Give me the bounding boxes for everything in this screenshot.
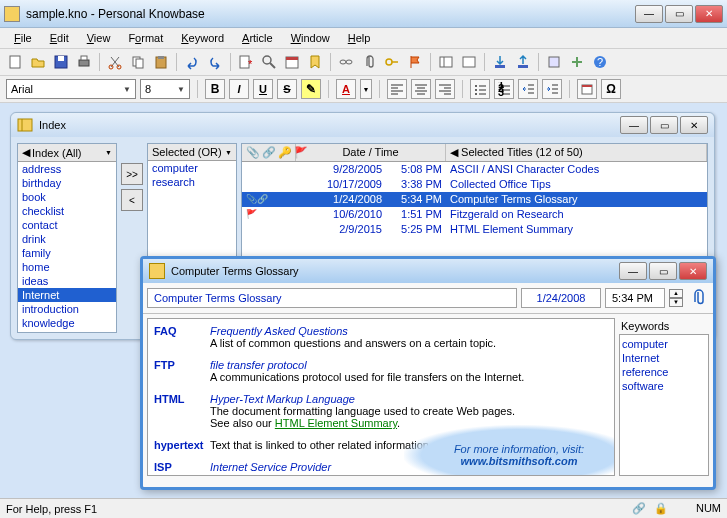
list-button[interactable] <box>458 51 480 73</box>
highlight-button[interactable]: ✎ <box>301 79 321 99</box>
selected-item[interactable]: research <box>148 175 236 189</box>
keyword-item[interactable]: software <box>622 379 706 393</box>
index-item[interactable]: address <box>18 162 116 176</box>
table-row[interactable]: 📎🔗1/24/20085:34 PMComputer Terms Glossar… <box>242 192 707 207</box>
index-item[interactable]: book <box>18 190 116 204</box>
search-button[interactable] <box>258 51 280 73</box>
index-item[interactable]: home <box>18 260 116 274</box>
align-center-button[interactable] <box>411 79 431 99</box>
bold-button[interactable]: B <box>205 79 225 99</box>
menu-file[interactable]: File <box>6 30 40 46</box>
font-name-combo[interactable]: Arial▼ <box>6 79 136 99</box>
align-right-button[interactable] <box>435 79 455 99</box>
index-all-list[interactable]: addressbirthdaybookchecklistcontactdrink… <box>18 162 116 332</box>
indent-button[interactable] <box>542 79 562 99</box>
menu-edit[interactable]: Edit <box>42 30 77 46</box>
index-all-header[interactable]: ◀ Index (All)▼ <box>18 144 116 162</box>
article-title-field[interactable]: Computer Terms Glossary <box>147 288 517 308</box>
flag-column-header[interactable]: 📎 🔗 🔑 🚩 <box>242 144 296 161</box>
index-item[interactable]: birthday <box>18 176 116 190</box>
menu-format[interactable]: Format <box>120 30 171 46</box>
keyword-item[interactable]: reference <box>622 365 706 379</box>
menu-article[interactable]: Article <box>234 30 281 46</box>
save-button[interactable] <box>50 51 72 73</box>
index-button[interactable] <box>435 51 457 73</box>
remove-keyword-button[interactable]: < <box>121 189 143 211</box>
help-button[interactable]: ? <box>589 51 611 73</box>
article-titlebar[interactable]: Computer Terms Glossary — ▭ ✕ <box>143 259 713 283</box>
selected-item[interactable]: computer <box>148 161 236 175</box>
export-button[interactable] <box>512 51 534 73</box>
time-spinner[interactable]: ▲ ▼ <box>669 289 683 307</box>
attach-button[interactable] <box>358 51 380 73</box>
calendar-button[interactable] <box>281 51 303 73</box>
menu-help[interactable]: Help <box>340 30 379 46</box>
table-row[interactable]: 🚩10/6/20101:51 PMFitzgerald on Research <box>242 207 707 222</box>
keywords-list[interactable]: computerInternetreferencesoftware <box>619 334 709 476</box>
color-dropdown[interactable]: ▼ <box>360 79 372 99</box>
maximize-button[interactable]: ▭ <box>665 5 693 23</box>
italic-button[interactable]: I <box>229 79 249 99</box>
titles-column-header[interactable]: ◀ Selected Titles (12 of 50) <box>446 144 707 161</box>
paste-button[interactable] <box>150 51 172 73</box>
color-button[interactable]: A <box>336 79 356 99</box>
add-keyword-button[interactable]: >> <box>121 163 143 185</box>
index-item[interactable]: knowledge <box>18 316 116 330</box>
article-date-field[interactable]: 1/24/2008 <box>521 288 601 308</box>
keyword-item[interactable]: computer <box>622 337 706 351</box>
table-row[interactable]: 2/9/20155:25 PMHTML Element Summary <box>242 222 707 237</box>
index-item[interactable]: drink <box>18 232 116 246</box>
copy-button[interactable] <box>127 51 149 73</box>
index-item[interactable]: Internet <box>18 288 116 302</box>
index-titlebar[interactable]: Index — ▭ ✕ <box>11 113 714 137</box>
index-item[interactable]: checklist <box>18 204 116 218</box>
insert-date-button[interactable] <box>577 79 597 99</box>
index-item[interactable]: contact <box>18 218 116 232</box>
menu-keyword[interactable]: Keyword <box>173 30 232 46</box>
article-time-field[interactable]: 5:34 PM <box>605 288 665 308</box>
keyword-item[interactable]: Internet <box>622 351 706 365</box>
key-button[interactable] <box>381 51 403 73</box>
selected-header[interactable]: Selected (OR)▼ <box>148 144 236 161</box>
table-row[interactable]: 10/17/20093:38 PMCollected Office Tips <box>242 177 707 192</box>
table-row[interactable]: 9/28/20055:08 PMASCII / ANSI Character C… <box>242 162 707 177</box>
index-maximize-button[interactable]: ▭ <box>650 116 678 134</box>
print-button[interactable] <box>73 51 95 73</box>
menu-view[interactable]: View <box>79 30 119 46</box>
minimize-button[interactable]: — <box>635 5 663 23</box>
link-button[interactable] <box>335 51 357 73</box>
article-content[interactable]: FAQFrequently Asked QuestionsA list of c… <box>147 318 615 476</box>
tool1-button[interactable] <box>543 51 565 73</box>
date-column-header[interactable]: Date / Time <box>296 144 446 161</box>
article-maximize-button[interactable]: ▭ <box>649 262 677 280</box>
bullets-button[interactable] <box>470 79 490 99</box>
index-item[interactable]: ideas <box>18 274 116 288</box>
index-minimize-button[interactable]: — <box>620 116 648 134</box>
index-item[interactable]: meeting <box>18 330 116 332</box>
align-left-button[interactable] <box>387 79 407 99</box>
new-button[interactable] <box>4 51 26 73</box>
cut-button[interactable] <box>104 51 126 73</box>
bookmark-button[interactable] <box>304 51 326 73</box>
index-close-button[interactable]: ✕ <box>680 116 708 134</box>
titles-rows[interactable]: 9/28/20055:08 PMASCII / ANSI Character C… <box>242 162 707 237</box>
article-close-button[interactable]: ✕ <box>679 262 707 280</box>
html-summary-link[interactable]: HTML Element Summary <box>275 417 397 429</box>
redo-button[interactable] <box>204 51 226 73</box>
article-attach-button[interactable] <box>687 287 709 309</box>
index-item[interactable]: family <box>18 246 116 260</box>
import-button[interactable] <box>489 51 511 73</box>
tool2-button[interactable] <box>566 51 588 73</box>
outdent-button[interactable] <box>518 79 538 99</box>
index-item[interactable]: introduction <box>18 302 116 316</box>
underline-button[interactable]: U <box>253 79 273 99</box>
new-article-button[interactable]: * <box>235 51 257 73</box>
strike-button[interactable]: S <box>277 79 297 99</box>
numbering-button[interactable]: 123 <box>494 79 514 99</box>
flag-button[interactable] <box>404 51 426 73</box>
open-button[interactable] <box>27 51 49 73</box>
undo-button[interactable] <box>181 51 203 73</box>
close-button[interactable]: ✕ <box>695 5 723 23</box>
article-minimize-button[interactable]: — <box>619 262 647 280</box>
menu-window[interactable]: Window <box>283 30 338 46</box>
